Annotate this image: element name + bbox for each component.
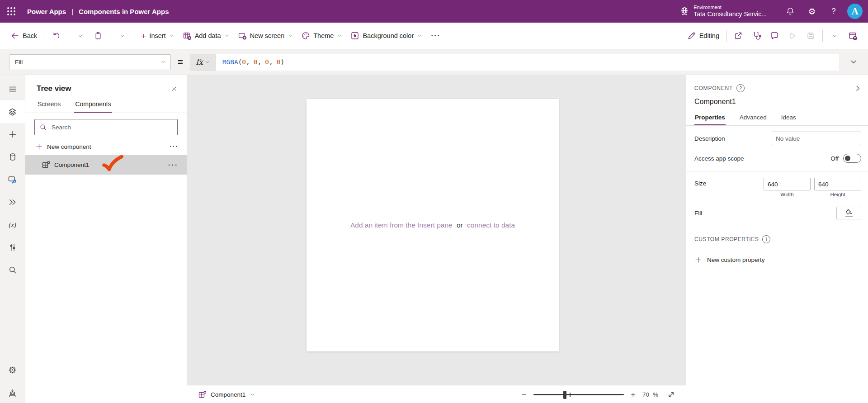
tab-screens[interactable]: Screens bbox=[37, 99, 61, 113]
property-selector[interactable]: Fill bbox=[9, 54, 171, 70]
hint-conjunction: or bbox=[457, 221, 463, 229]
rail-media-button[interactable] bbox=[0, 168, 25, 191]
formula-paren-close: ) bbox=[280, 58, 284, 66]
scope-label: Component1 bbox=[211, 391, 245, 398]
tree-view-tabs: Screens Components bbox=[25, 99, 187, 113]
stethoscope-icon bbox=[752, 31, 761, 41]
app-name[interactable]: Power Apps bbox=[27, 8, 66, 15]
insert-label: Insert bbox=[149, 32, 165, 39]
window-title: Power Apps | Components in Power Apps bbox=[27, 8, 169, 15]
description-input[interactable] bbox=[772, 132, 861, 145]
environment-switcher[interactable]: Environment Tata Consultancy Servic... bbox=[679, 5, 767, 18]
zoom-value: 70 bbox=[642, 391, 649, 398]
zoom-out-button[interactable]: − bbox=[521, 391, 527, 399]
comments-button[interactable] bbox=[765, 27, 783, 45]
more-options-icon[interactable]: ··· bbox=[170, 143, 179, 150]
search-icon bbox=[8, 266, 17, 275]
description-row: Description bbox=[694, 128, 861, 148]
settings-button[interactable]: ⚙ bbox=[801, 0, 823, 23]
environment-label: Environment bbox=[693, 5, 767, 10]
toolbar-divider bbox=[44, 30, 44, 42]
help-circle-icon[interactable]: ? bbox=[736, 84, 745, 92]
component-design-surface[interactable]: Add an item from the Insert pane or conn… bbox=[307, 99, 559, 351]
connect-to-data-link[interactable]: connect to data bbox=[467, 221, 515, 229]
paste-menu-button[interactable] bbox=[113, 27, 131, 45]
search-icon bbox=[39, 123, 47, 131]
more-options-icon[interactable]: ··· bbox=[168, 161, 179, 169]
equals-sign: = bbox=[178, 57, 183, 67]
preview-app-button[interactable] bbox=[783, 27, 802, 45]
tree-item-label: Component1 bbox=[54, 161, 89, 168]
access-app-scope-toggle[interactable] bbox=[843, 154, 861, 163]
toolbar-divider bbox=[726, 30, 726, 42]
height-caption: Height bbox=[830, 192, 845, 197]
fill-row: Fill bbox=[694, 204, 861, 222]
account-avatar[interactable]: A bbox=[847, 4, 863, 19]
rail-advanced-tools-button[interactable] bbox=[0, 236, 25, 259]
insert-pane-link[interactable]: Add an item from the Insert pane bbox=[350, 221, 453, 229]
zoom-slider-thumb[interactable] bbox=[563, 391, 566, 399]
new-screen-icon bbox=[238, 31, 247, 40]
tab-ideas[interactable]: Ideas bbox=[781, 112, 797, 125]
editing-mode-button[interactable]: Editing bbox=[683, 28, 723, 43]
tab-advanced[interactable]: Advanced bbox=[739, 112, 767, 125]
background-color-icon bbox=[350, 31, 359, 40]
info-circle-icon[interactable]: i bbox=[762, 235, 770, 243]
paste-button[interactable] bbox=[89, 27, 107, 45]
width-input[interactable] bbox=[764, 178, 811, 190]
formula-input[interactable]: RGBA(0,0,0,0) bbox=[216, 54, 839, 71]
section-divider bbox=[686, 225, 868, 225]
new-custom-property-button[interactable]: New custom property bbox=[686, 243, 868, 264]
fx-selector[interactable]: fx bbox=[190, 54, 216, 71]
height-input[interactable] bbox=[814, 178, 861, 190]
app-checker-button[interactable] bbox=[747, 27, 765, 45]
toolbar-overflow-button[interactable]: ··· bbox=[426, 31, 445, 41]
zoom-slider[interactable] bbox=[533, 391, 624, 399]
tab-components[interactable]: Components bbox=[74, 99, 112, 113]
rail-insert-button[interactable] bbox=[0, 123, 25, 146]
fit-to-window-button[interactable] bbox=[667, 391, 675, 398]
new-component-button[interactable]: New component ··· bbox=[25, 138, 187, 155]
formula-paren-open: ( bbox=[238, 58, 242, 66]
tree-item-component1[interactable]: Component1 ··· bbox=[25, 155, 187, 175]
rail-power-automate-button[interactable] bbox=[0, 191, 25, 213]
rail-virtual-agent-button[interactable] bbox=[0, 381, 25, 403]
save-button[interactable] bbox=[802, 27, 820, 45]
formula-separator: , bbox=[269, 58, 273, 66]
publish-button[interactable] bbox=[844, 27, 862, 45]
screen-scope-selector[interactable]: Component1 bbox=[198, 390, 255, 399]
share-button[interactable] bbox=[729, 27, 747, 45]
empty-canvas-hint: Add an item from the Insert pane or conn… bbox=[350, 221, 515, 229]
rail-menu-button[interactable] bbox=[0, 78, 25, 100]
rail-settings-button[interactable]: ⚙ bbox=[0, 359, 25, 381]
new-screen-button[interactable]: New screen bbox=[234, 28, 297, 43]
undo-button[interactable] bbox=[47, 27, 65, 45]
formula-bar-expand-button[interactable] bbox=[839, 49, 868, 75]
back-button[interactable]: Back bbox=[6, 28, 41, 43]
environment-name: Tata Consultancy Servic... bbox=[693, 10, 767, 18]
search-input[interactable] bbox=[51, 123, 174, 131]
save-menu-button[interactable] bbox=[826, 27, 844, 45]
zoom-in-button[interactable]: + bbox=[630, 391, 636, 399]
rail-tree-view-button[interactable] bbox=[0, 100, 25, 123]
insert-button[interactable]: + Insert bbox=[137, 29, 178, 43]
rail-search-button[interactable] bbox=[0, 259, 25, 281]
component-icon bbox=[42, 161, 50, 169]
rail-variables-button[interactable]: (x) bbox=[0, 213, 25, 236]
custom-properties-label: CUSTOM PROPERTIES bbox=[694, 236, 759, 242]
fill-color-button[interactable] bbox=[836, 207, 861, 219]
tree-view-close-button[interactable] bbox=[171, 85, 178, 92]
new-custom-property-label: New custom property bbox=[707, 256, 765, 263]
collapse-panel-button[interactable] bbox=[854, 85, 862, 92]
help-button[interactable]: ? bbox=[823, 0, 844, 23]
theme-button[interactable]: Theme bbox=[297, 28, 346, 43]
undo-menu-button[interactable] bbox=[71, 27, 89, 45]
rail-data-button[interactable] bbox=[0, 146, 25, 168]
app-launcher-button[interactable] bbox=[0, 0, 23, 23]
tab-properties[interactable]: Properties bbox=[694, 112, 726, 125]
background-color-button[interactable]: Background color bbox=[346, 28, 426, 43]
notifications-button[interactable] bbox=[779, 0, 801, 23]
add-data-button[interactable]: Add data bbox=[179, 28, 234, 43]
close-icon bbox=[171, 85, 178, 92]
chevron-down-icon bbox=[337, 33, 342, 38]
